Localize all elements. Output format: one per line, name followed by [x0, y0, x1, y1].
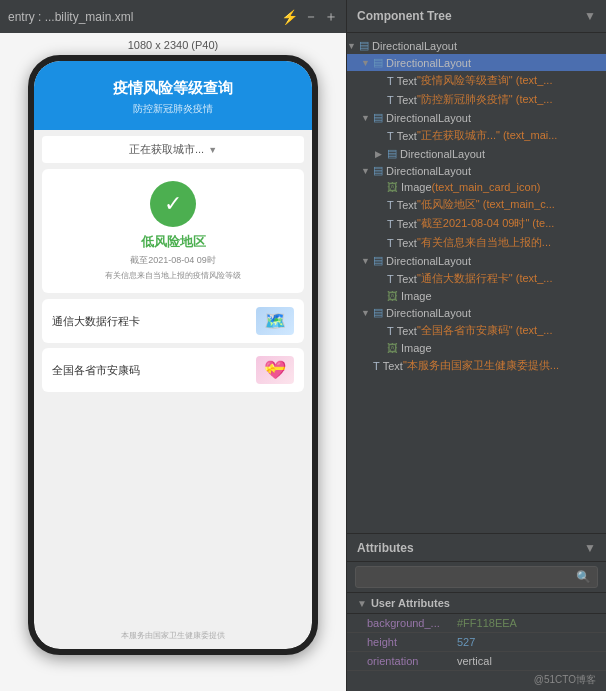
right-panel: Component Tree ▼ ▼▤ DirectionalLayout▼▤ … — [346, 0, 606, 691]
attr-key: orientation — [367, 655, 457, 667]
attr-row: height527 — [347, 633, 606, 652]
attributes-panel: Attributes ▼ 🔍 ▼ User Attributes backgro… — [347, 533, 606, 691]
tree-node-label: DirectionalLayout — [386, 112, 471, 124]
attr-row: background_...#FF118EEA — [347, 614, 606, 633]
tree-item[interactable]: T Text "本服务由国家卫生健康委提供... — [347, 356, 606, 375]
attributes-collapse-icon[interactable]: ▼ — [584, 541, 596, 555]
city-arrow-icon: ▼ — [208, 145, 217, 155]
tree-expand-arrow-icon[interactable]: ▼ — [361, 58, 373, 68]
tree-node-label: DirectionalLayout — [386, 255, 471, 267]
layout-node-icon: ▤ — [373, 306, 383, 319]
tree-node-label: Image — [401, 290, 432, 302]
travel-card[interactable]: 通信大数据行程卡 🗺️ — [42, 299, 304, 343]
tree-node-label: Text — [397, 218, 417, 230]
tree-item[interactable]: T Text "全国各省市安康码" (text_... — [347, 321, 606, 340]
text-node-icon: T — [387, 237, 394, 249]
zoom-out-icon[interactable]: － — [304, 8, 318, 26]
component-tree-title: Component Tree — [357, 9, 452, 23]
tree-item[interactable]: T Text "通信大数据行程卡" (text_... — [347, 269, 606, 288]
user-attrs-title: User Attributes — [371, 597, 450, 609]
attr-value: vertical — [457, 655, 492, 667]
tree-node-label-extra: "本服务由国家卫生健康委提供... — [403, 358, 559, 373]
tree-item[interactable]: 🖼 Image — [347, 288, 606, 304]
layout-node-icon: ▤ — [359, 39, 369, 52]
tree-item[interactable]: ▼▤ DirectionalLayout — [347, 54, 606, 71]
tree-node-label-extra: "低风险地区" (text_main_c... — [417, 197, 555, 212]
attr-value: 527 — [457, 636, 475, 648]
city-text: 正在获取城市... — [129, 142, 204, 157]
tree-node-label-extra: "疫情风险等级查询" (text_... — [417, 73, 553, 88]
watermark: @51CTO博客 — [347, 671, 606, 691]
panel-collapse-icon[interactable]: ▼ — [584, 9, 596, 23]
phone-mockup: 疫情风险等级查询 防控新冠肺炎疫情 正在获取城市... ▼ ✓ 低风险地区 截至… — [28, 55, 318, 655]
image-node-icon: 🖼 — [387, 181, 398, 193]
tree-item[interactable]: 🖼 Image (text_main_card_icon) — [347, 179, 606, 195]
bluetooth-icon[interactable]: ⚡ — [281, 9, 298, 25]
tree-node-label: Text — [397, 325, 417, 337]
tree-item[interactable]: ▼▤ DirectionalLayout — [347, 304, 606, 321]
check-icon: ✓ — [164, 191, 182, 217]
search-icon: 🔍 — [576, 570, 591, 584]
tree-item[interactable]: ▶▤ DirectionalLayout — [347, 145, 606, 162]
image-node-icon: 🖼 — [387, 290, 398, 302]
tree-item[interactable]: T Text "截至2021-08-04 09时" (te... — [347, 214, 606, 233]
tree-item[interactable]: 🖼 Image — [347, 340, 606, 356]
attributes-title: Attributes — [357, 541, 414, 555]
tree-item[interactable]: ▼▤ DirectionalLayout — [347, 162, 606, 179]
tree-expand-arrow-icon[interactable]: ▼ — [361, 113, 373, 123]
attributes-search-box[interactable]: 🔍 — [355, 566, 598, 588]
layout-node-icon: ▤ — [373, 111, 383, 124]
tree-expand-arrow-icon[interactable]: ▼ — [361, 308, 373, 318]
risk-level-icon: ✓ — [150, 181, 196, 227]
text-node-icon: T — [387, 75, 394, 87]
tree-node-label-extra: "有关信息来自当地上报的... — [417, 235, 551, 250]
tree-item[interactable]: ▼▤ DirectionalLayout — [347, 252, 606, 269]
layout-node-icon: ▤ — [373, 56, 383, 69]
tree-node-label-extra: "正在获取城市..." (text_mai... — [417, 128, 557, 143]
tree-expand-arrow-icon[interactable]: ▼ — [347, 41, 359, 51]
tree-item[interactable]: T Text "有关信息来自当地上报的... — [347, 233, 606, 252]
risk-level-text: 低风险地区 — [141, 233, 206, 251]
risk-card: ✓ 低风险地区 截至2021-08-04 09时 有关信息来自当地上报的疫情风险… — [42, 169, 304, 293]
tree-item[interactable]: T Text "防控新冠肺炎疫情" (text_... — [347, 90, 606, 109]
tree-expand-arrow-icon[interactable]: ▼ — [361, 256, 373, 266]
health-code-card[interactable]: 全国各省市安康码 💝 — [42, 348, 304, 392]
text-node-icon: T — [387, 199, 394, 211]
tree-node-label-extra: "全国各省市安康码" (text_... — [417, 323, 553, 338]
tree-node-label: Text — [397, 199, 417, 211]
tree-node-label: Image — [401, 342, 432, 354]
tree-item[interactable]: T Text "正在获取城市..." (text_mai... — [347, 126, 606, 145]
tree-node-label: Text — [397, 273, 417, 285]
tree-item[interactable]: ▼▤ DirectionalLayout — [347, 109, 606, 126]
health-code-text: 全国各省市安康码 — [52, 363, 140, 378]
attr-key: background_... — [367, 617, 457, 629]
tree-node-label: DirectionalLayout — [386, 165, 471, 177]
risk-date-text: 截至2021-08-04 09时 — [130, 254, 216, 267]
tree-expand-arrow-icon[interactable]: ▼ — [361, 166, 373, 176]
layout-node-icon: ▤ — [373, 164, 383, 177]
tree-item[interactable]: ▼▤ DirectionalLayout — [347, 37, 606, 54]
tree-node-label: DirectionalLayout — [386, 307, 471, 319]
user-attrs-arrow-icon[interactable]: ▼ — [357, 598, 367, 609]
left-panel: entry : ...bility_main.xml ⚡ － ＋ 1080 x … — [0, 0, 346, 691]
layout-node-icon: ▤ — [387, 147, 397, 160]
zoom-in-icon[interactable]: ＋ — [324, 8, 338, 26]
attr-value: #FF118EEA — [457, 617, 517, 629]
tree-node-label-extra: "通信大数据行程卡" (text_... — [417, 271, 553, 286]
device-label: 1080 x 2340 (P40) — [128, 33, 219, 55]
layout-node-icon: ▤ — [373, 254, 383, 267]
tree-node-label: DirectionalLayout — [400, 148, 485, 160]
city-selector[interactable]: 正在获取城市... ▼ — [42, 136, 304, 163]
travel-card-text: 通信大数据行程卡 — [52, 314, 140, 329]
attr-row: orientationvertical — [347, 652, 606, 671]
tree-item[interactable]: T Text "疫情风险等级查询" (text_... — [347, 71, 606, 90]
app-subtitle: 防控新冠肺炎疫情 — [133, 102, 213, 116]
tree-node-label: Text — [397, 94, 417, 106]
tree-expand-arrow-icon[interactable]: ▶ — [375, 149, 387, 159]
tree-item[interactable]: T Text "低风险地区" (text_main_c... — [347, 195, 606, 214]
tree-node-label: Text — [383, 360, 403, 372]
tree-node-label: Image — [401, 181, 432, 193]
app-header: 疫情风险等级查询 防控新冠肺炎疫情 — [34, 61, 312, 130]
component-tree[interactable]: ▼▤ DirectionalLayout▼▤ DirectionalLayout… — [347, 33, 606, 533]
tree-node-label: Text — [397, 130, 417, 142]
